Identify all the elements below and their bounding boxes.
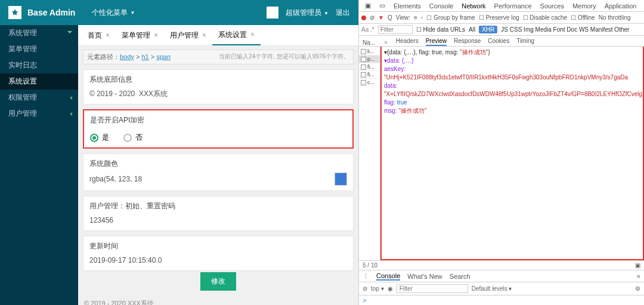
close-icon[interactable]: × xyxy=(106,31,110,39)
radio-checked-icon xyxy=(90,134,98,142)
close-icon[interactable]: × xyxy=(250,30,255,39)
tab-home[interactable]: 首页× xyxy=(82,25,116,45)
eye-icon[interactable]: ◉ xyxy=(388,285,393,292)
sidebar-item-user[interactable]: 用户管理 xyxy=(0,106,78,122)
filter-input[interactable] xyxy=(378,25,413,34)
close-icon[interactable]: × xyxy=(637,273,640,280)
tab-memory[interactable]: Memory xyxy=(569,2,600,10)
drawer-console[interactable]: Console xyxy=(376,272,400,281)
subtab-preview[interactable]: Preview xyxy=(426,38,447,46)
subtab-headers[interactable]: Headers xyxy=(396,38,419,46)
close-icon[interactable]: × xyxy=(154,31,158,39)
footer-info-card: 系统底部信息 xyxy=(83,69,354,104)
file-icon xyxy=(361,49,366,54)
clear-icon[interactable]: ⊘ xyxy=(363,285,367,292)
request-row[interactable]: fi... xyxy=(359,63,380,71)
drawer-whatsnew[interactable]: What's New xyxy=(407,273,442,280)
time-label: 更新时间 xyxy=(89,241,347,251)
radio-yes[interactable]: 是 xyxy=(90,133,109,143)
console-filter[interactable] xyxy=(397,284,468,293)
password-card: 用户管理：初始、重置密码 xyxy=(83,196,354,231)
brand-title: Base Admin xyxy=(27,8,75,17)
device-icon[interactable]: ▭ xyxy=(376,2,389,10)
sidebar: 系统管理 菜单管理 实时日志 系统设置 权限管理 用户管理 xyxy=(0,25,78,305)
sidebar-item-perm[interactable]: 权限管理 xyxy=(0,90,78,106)
response-preview[interactable]: ▾{data: {,…}, flag: true, msg: "操作成功"} ▾… xyxy=(380,47,644,260)
chevron-down-icon: ▼ xyxy=(324,11,329,16)
subtab-response[interactable]: Response xyxy=(454,38,481,46)
view-icon[interactable]: ≡ xyxy=(414,14,417,21)
path-h1[interactable]: h1 xyxy=(141,53,148,60)
network-status: 5 / 10▣ xyxy=(359,261,644,270)
context-select[interactable]: top ▾ xyxy=(371,285,384,292)
gear-icon[interactable]: ⚙ xyxy=(635,285,640,292)
devtools-tabs: ▣ ▭ Elements Console Network Performance… xyxy=(359,0,644,12)
levels-select[interactable]: Default levels ▾ xyxy=(472,285,512,292)
radio-no[interactable]: 否 xyxy=(123,133,143,143)
password-input[interactable] xyxy=(89,215,347,226)
file-icon xyxy=(361,64,366,70)
request-row[interactable]: fi... xyxy=(359,71,380,79)
color-label: 系统颜色 xyxy=(89,159,347,169)
color-card: 系统颜色 xyxy=(83,153,354,191)
password-label: 用户管理：初始、重置密码 xyxy=(89,201,347,211)
sidebar-item-system[interactable]: 系统管理 xyxy=(0,25,78,41)
search-icon[interactable]: Q xyxy=(388,14,392,21)
tab-performance[interactable]: Performance xyxy=(491,2,535,10)
type-all[interactable]: All xyxy=(469,26,475,33)
request-row[interactable]: li... xyxy=(359,48,380,56)
tab-console[interactable]: Console xyxy=(426,2,457,10)
custom-menu-link[interactable]: 个性化菜单 xyxy=(92,8,128,18)
tab-bar: 首页× 菜单管理× 用户管理× 系统设置× xyxy=(78,25,358,46)
sidebar-item-settings[interactable]: 系统设置 xyxy=(0,73,78,90)
char-hint: 当前已输入24个字符, 您还可以输入9976个字符。 xyxy=(219,53,349,61)
request-row[interactable]: c... xyxy=(359,79,380,87)
page-footer: © 2019 - 2020 XXX系统 xyxy=(83,295,354,305)
color-input[interactable] xyxy=(89,174,335,184)
subtab-timing[interactable]: Timing xyxy=(516,38,534,46)
record-icon[interactable] xyxy=(361,16,366,20)
footer-info-input[interactable] xyxy=(89,88,347,99)
tab-security[interactable]: Security xyxy=(641,2,644,10)
file-icon xyxy=(361,72,366,78)
user-menu[interactable]: 超级管理员▼ xyxy=(286,8,329,18)
console-prompt[interactable]: > xyxy=(359,295,644,305)
api-encrypt-card: 是否开启API加密 是 否 xyxy=(83,109,354,149)
tab-menu[interactable]: 菜单管理× xyxy=(116,25,164,45)
network-headers: Na... × Headers Preview Response Cookies… xyxy=(359,36,644,47)
file-icon xyxy=(361,80,366,85)
chevron-down-icon: ▼ xyxy=(130,10,135,16)
network-toolbar: ⊘ ▼ Q View: ≡ ▫ ☐ Group by frame ☐ Prese… xyxy=(359,12,644,24)
sidebar-item-log[interactable]: 实时日志 xyxy=(0,57,78,73)
request-row[interactable]: p... xyxy=(359,56,380,63)
close-icon[interactable]: × xyxy=(202,31,206,39)
tab-settings[interactable]: 系统设置× xyxy=(212,25,261,45)
type-xhr[interactable]: XHR xyxy=(479,26,497,33)
sidebar-item-menu[interactable]: 菜单管理 xyxy=(0,41,78,57)
api-encrypt-label: 是否开启API加密 xyxy=(90,115,346,125)
type-others[interactable]: JS CSS Img Media Font Doc WS Manifest Ot… xyxy=(501,26,629,33)
console-toolbar: ⊘ top ▾ ◉ Default levels ▾ ⚙ xyxy=(359,282,644,295)
path-span[interactable]: span xyxy=(156,53,171,60)
submit-button[interactable]: 修改 xyxy=(200,272,236,291)
radio-unchecked-icon xyxy=(123,134,132,142)
topbar: Base Admin 个性化菜单 ▼ 超级管理员▼ 退出 xyxy=(0,0,358,25)
filter-icon[interactable]: ▼ xyxy=(378,14,384,21)
camera-icon[interactable]: ▫ xyxy=(421,14,423,21)
logout-link[interactable]: 退出 xyxy=(336,8,350,18)
clear-icon[interactable]: ⊘ xyxy=(370,14,374,21)
tab-sources[interactable]: Sources xyxy=(537,2,568,10)
tab-user[interactable]: 用户管理× xyxy=(164,25,212,45)
devtools: ▣ ▭ Elements Console Network Performance… xyxy=(358,0,644,305)
tab-application[interactable]: Application xyxy=(601,2,640,10)
path-body[interactable]: body xyxy=(120,53,134,60)
tab-network[interactable]: Network xyxy=(458,2,489,10)
time-input[interactable] xyxy=(89,255,347,266)
drawer-search[interactable]: Search xyxy=(450,273,470,280)
tab-elements[interactable]: Elements xyxy=(390,2,425,10)
subtab-cookies[interactable]: Cookies xyxy=(488,38,509,46)
color-swatch[interactable] xyxy=(335,172,347,186)
avatar[interactable] xyxy=(267,7,278,19)
inspect-icon[interactable]: ▣ xyxy=(361,2,374,10)
time-card: 更新时间 xyxy=(83,236,354,271)
